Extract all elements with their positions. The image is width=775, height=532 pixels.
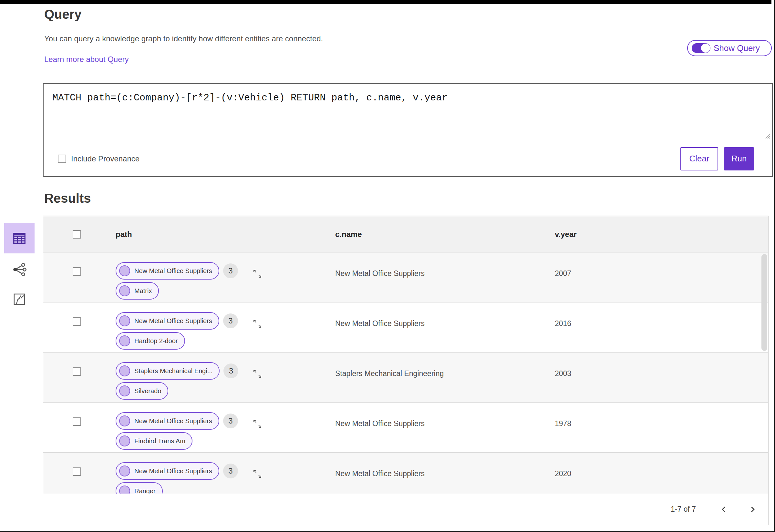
window-top-edge bbox=[0, 0, 771, 4]
node-circle-icon bbox=[119, 385, 130, 396]
expand-icon[interactable] bbox=[252, 419, 262, 429]
table-row: New Metal Office Suppliers 3 Hardtop 2-d… bbox=[43, 302, 768, 353]
path-count-badge: 3 bbox=[223, 313, 238, 328]
vyear-cell: 1978 bbox=[546, 403, 768, 452]
show-query-toggle-label: Show Query bbox=[714, 43, 760, 53]
results-title: Results bbox=[44, 191, 91, 206]
path-node-label: Firebird Trans Am bbox=[134, 437, 185, 445]
path-cell: New Metal Office Suppliers 3 Matrix bbox=[110, 252, 326, 302]
node-circle-icon bbox=[119, 465, 130, 476]
vyear-cell: 2020 bbox=[546, 453, 768, 494]
path-node-pill[interactable]: New Metal Office Suppliers bbox=[116, 312, 219, 330]
graph-view-button[interactable] bbox=[4, 256, 35, 283]
include-provenance-checkbox[interactable] bbox=[58, 155, 66, 163]
path-node-pill[interactable]: New Metal Office Suppliers bbox=[116, 262, 219, 280]
path-node-pill[interactable]: Silverado bbox=[116, 382, 168, 400]
learn-more-link[interactable]: Learn more about Query bbox=[44, 55, 128, 64]
path-node-label: New Metal Office Suppliers bbox=[134, 267, 212, 275]
node-circle-icon bbox=[119, 315, 130, 326]
node-circle-icon bbox=[119, 335, 130, 346]
cname-cell: Staplers Mechanical Engineering bbox=[326, 353, 546, 402]
path-node-pill[interactable]: Matrix bbox=[116, 282, 159, 300]
path-count-badge: 3 bbox=[223, 464, 238, 478]
clear-button[interactable]: Clear bbox=[680, 147, 718, 170]
table-body: New Metal Office Suppliers 3 Matrix New … bbox=[43, 252, 768, 494]
show-query-toggle[interactable]: Show Query bbox=[687, 40, 772, 56]
path-count-badge: 3 bbox=[223, 414, 238, 428]
query-text: MATCH path=(c:Company)-[r*2]-(v:Vehicle)… bbox=[44, 84, 772, 103]
path-node-label: Staplers Mechanical Engi... bbox=[134, 367, 212, 375]
path-node-pill[interactable]: Hardtop 2-door bbox=[116, 332, 185, 350]
resize-handle-icon[interactable] bbox=[764, 133, 770, 139]
node-circle-icon bbox=[119, 435, 130, 446]
pagination-range: 1-7 of 7 bbox=[671, 505, 696, 514]
results-table: path c.name v.year New Metal Office Supp… bbox=[43, 216, 769, 525]
graph-icon bbox=[12, 262, 27, 277]
path-count-badge: 3 bbox=[223, 363, 238, 378]
node-circle-icon bbox=[119, 365, 130, 376]
row-checkbox[interactable] bbox=[73, 267, 81, 276]
node-circle-icon bbox=[119, 415, 130, 426]
row-checkbox[interactable] bbox=[73, 317, 81, 326]
run-button[interactable]: Run bbox=[724, 147, 754, 170]
path-count-badge: 3 bbox=[223, 263, 238, 278]
row-checkbox[interactable] bbox=[73, 417, 81, 426]
previous-page-button[interactable] bbox=[719, 505, 729, 514]
view-switcher bbox=[4, 223, 35, 313]
query-editor-panel: MATCH path=(c:Company)-[r*2]-(v:Vehicle)… bbox=[43, 83, 773, 177]
path-node-label: Hardtop 2-door bbox=[134, 337, 178, 345]
table-row: New Metal Office Suppliers 3 Ranger New … bbox=[43, 453, 768, 494]
query-page: Query You can query a knowledge graph to… bbox=[0, 0, 775, 532]
row-checkbox[interactable] bbox=[73, 467, 81, 476]
path-node-label: Matrix bbox=[134, 287, 152, 295]
query-input[interactable]: MATCH path=(c:Company)-[r*2]-(v:Vehicle)… bbox=[44, 84, 772, 141]
query-footer: Include Provenance Clear Run bbox=[44, 141, 772, 176]
path-cell: New Metal Office Suppliers 3 Ranger bbox=[110, 453, 326, 494]
path-cell: New Metal Office Suppliers 3 Firebird Tr… bbox=[110, 403, 326, 452]
chart-view-button[interactable] bbox=[4, 286, 35, 313]
path-node-pill[interactable]: Staplers Mechanical Engi... bbox=[116, 362, 219, 380]
table-icon bbox=[12, 231, 27, 246]
expand-icon[interactable] bbox=[252, 469, 262, 479]
select-all-checkbox[interactable] bbox=[73, 230, 81, 239]
chevron-right-icon bbox=[748, 505, 757, 514]
table-row: New Metal Office Suppliers 3 Matrix New … bbox=[43, 252, 768, 302]
cname-cell: New Metal Office Suppliers bbox=[326, 252, 546, 302]
column-header-path[interactable]: path bbox=[110, 216, 326, 252]
toggle-switch-icon[interactable] bbox=[692, 43, 710, 53]
page-title: Query bbox=[44, 7, 82, 22]
include-provenance-control[interactable]: Include Provenance bbox=[58, 154, 139, 163]
expand-icon[interactable] bbox=[252, 269, 262, 279]
expand-icon[interactable] bbox=[252, 319, 262, 329]
next-page-button[interactable] bbox=[748, 505, 757, 514]
node-circle-icon bbox=[119, 265, 130, 276]
path-node-label: Silverado bbox=[134, 387, 161, 395]
column-header-vyear[interactable]: v.year bbox=[546, 216, 768, 252]
column-header-cname[interactable]: c.name bbox=[326, 216, 546, 252]
row-checkbox[interactable] bbox=[73, 367, 81, 376]
path-node-pill[interactable]: Firebird Trans Am bbox=[116, 432, 192, 450]
cname-cell: New Metal Office Suppliers bbox=[326, 453, 546, 494]
path-node-pill[interactable]: Ranger bbox=[116, 482, 163, 494]
expand-icon[interactable] bbox=[252, 369, 262, 379]
path-cell: Staplers Mechanical Engi... 3 Silverado bbox=[110, 353, 326, 402]
table-view-button[interactable] bbox=[4, 223, 35, 253]
node-circle-icon bbox=[119, 486, 130, 494]
cname-cell: New Metal Office Suppliers bbox=[326, 302, 546, 352]
toggle-knob bbox=[701, 44, 710, 53]
include-provenance-label: Include Provenance bbox=[71, 154, 139, 163]
page-description: You can query a knowledge graph to ident… bbox=[44, 34, 323, 43]
cname-cell: New Metal Office Suppliers bbox=[326, 403, 546, 452]
table-row: New Metal Office Suppliers 3 Firebird Tr… bbox=[43, 403, 768, 453]
path-node-label: New Metal Office Suppliers bbox=[134, 417, 212, 425]
vyear-cell: 2007 bbox=[546, 252, 768, 302]
table-header-row: path c.name v.year bbox=[43, 216, 768, 252]
chart-view-icon bbox=[13, 292, 26, 306]
path-node-pill[interactable]: New Metal Office Suppliers bbox=[116, 412, 219, 430]
vertical-scrollbar[interactable] bbox=[761, 254, 767, 351]
path-cell: New Metal Office Suppliers 3 Hardtop 2-d… bbox=[110, 302, 326, 352]
path-node-pill[interactable]: New Metal Office Suppliers bbox=[116, 462, 219, 480]
table-row: Staplers Mechanical Engi... 3 Silverado … bbox=[43, 353, 768, 403]
path-node-label: New Metal Office Suppliers bbox=[134, 317, 212, 325]
node-circle-icon bbox=[119, 285, 130, 296]
